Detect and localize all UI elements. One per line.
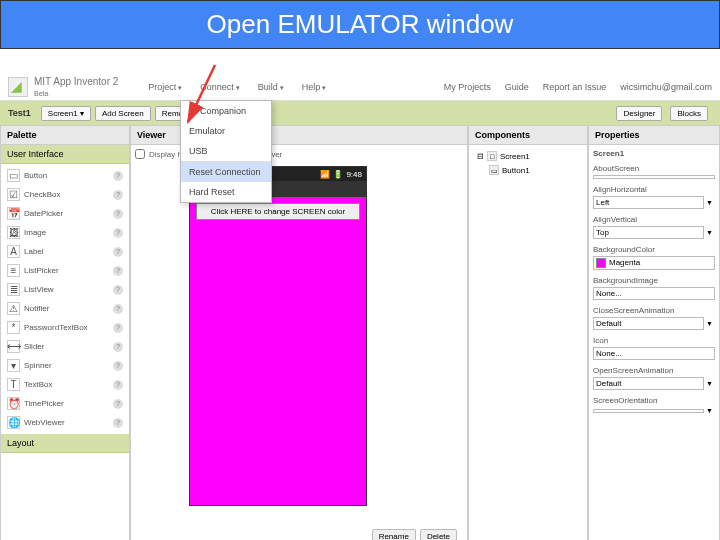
- collapse-icon[interactable]: ⊟: [477, 152, 484, 161]
- help-icon[interactable]: ?: [113, 285, 123, 295]
- prop-label: OpenScreenAnimation: [593, 366, 715, 375]
- show-hidden-checkbox[interactable]: [135, 149, 145, 159]
- rename-button[interactable]: Rename: [372, 529, 416, 540]
- palette-item-passwordtextbox[interactable]: *PasswordTextBox?: [3, 318, 127, 337]
- prop-backgroundcolor: BackgroundColorMagenta: [593, 245, 715, 270]
- delete-button[interactable]: Delete: [420, 529, 457, 540]
- help-icon[interactable]: ?: [113, 304, 123, 314]
- palette-item-datepicker[interactable]: 📅DatePicker?: [3, 204, 127, 223]
- screen-selector[interactable]: Screen1 ▾: [41, 106, 91, 121]
- tree-screen1[interactable]: ⊟ □ Screen1: [473, 149, 583, 163]
- listpicker-icon: ≡: [7, 264, 20, 277]
- help-icon[interactable]: ?: [113, 209, 123, 219]
- help-icon[interactable]: ?: [113, 228, 123, 238]
- chevron-down-icon[interactable]: ▼: [704, 199, 715, 206]
- help-icon[interactable]: ?: [113, 380, 123, 390]
- prop-closescreenanimation-field[interactable]: Default: [593, 317, 704, 330]
- designer-tab[interactable]: Designer: [616, 106, 662, 121]
- tree-button1[interactable]: ▭ Button1: [473, 163, 583, 177]
- blocks-tab[interactable]: Blocks: [670, 106, 708, 121]
- help-icon[interactable]: ?: [113, 323, 123, 333]
- palette-item-textbox[interactable]: TTextBox?: [3, 375, 127, 394]
- prop-label: CloseScreenAnimation: [593, 306, 715, 315]
- palette-item-label: Label: [24, 247, 44, 256]
- palette-item-timepicker[interactable]: ⏰TimePicker?: [3, 394, 127, 413]
- dropdown-ai-companion[interactable]: AI Companion: [181, 101, 271, 121]
- dropdown-hard-reset[interactable]: Hard Reset: [181, 182, 271, 202]
- link-report-issue[interactable]: Report an Issue: [543, 82, 607, 92]
- screen-icon: □: [487, 151, 497, 161]
- components-panel: Components ⊟ □ Screen1 ▭ Button1: [468, 125, 588, 540]
- prop-aboutscreen: AboutScreen: [593, 164, 715, 179]
- menu-project[interactable]: Project: [148, 82, 182, 92]
- menu-help[interactable]: Help: [302, 82, 326, 92]
- palette-category-layout[interactable]: Layout: [1, 434, 129, 453]
- palette-category-ui[interactable]: User Interface: [1, 145, 129, 164]
- prop-openscreenanimation-field[interactable]: Default: [593, 377, 704, 390]
- dropdown-emulator[interactable]: Emulator: [181, 121, 271, 141]
- prop-label: Icon: [593, 336, 715, 345]
- prop-screenorientation: ScreenOrientation▼: [593, 396, 715, 414]
- help-icon[interactable]: ?: [113, 342, 123, 352]
- app-inventor-logo-icon: [8, 77, 28, 97]
- palette-item-listpicker[interactable]: ≡ListPicker?: [3, 261, 127, 280]
- phone-screen-canvas[interactable]: Click HERE to change SCREEN color: [190, 197, 366, 505]
- components-title: Components: [469, 126, 587, 145]
- prop-alignvertical: AlignVerticalTop▼: [593, 215, 715, 239]
- help-icon[interactable]: ?: [113, 418, 123, 428]
- palette-item-checkbox[interactable]: ☑CheckBox?: [3, 185, 127, 204]
- main-columns: Palette User Interface ▭Button?☑CheckBox…: [0, 125, 720, 540]
- prop-openscreenanimation: OpenScreenAnimationDefault▼: [593, 366, 715, 390]
- prop-screenorientation-field[interactable]: [593, 409, 704, 413]
- add-screen-button[interactable]: Add Screen: [95, 106, 151, 121]
- prop-backgroundimage-field[interactable]: None...: [593, 287, 715, 300]
- palette-item-label: ListPicker: [24, 266, 59, 275]
- tree-button1-label: Button1: [502, 166, 530, 175]
- preview-button1[interactable]: Click HERE to change SCREEN color: [196, 203, 360, 220]
- palette-item-webviewer[interactable]: 🌐WebViewer?: [3, 413, 127, 432]
- help-icon[interactable]: ?: [113, 190, 123, 200]
- slider-icon: ⟷: [7, 340, 20, 353]
- palette-item-label: WebViewer: [24, 418, 65, 427]
- palette-panel: Palette User Interface ▭Button?☑CheckBox…: [0, 125, 130, 540]
- palette-item-listview[interactable]: ≣ListView?: [3, 280, 127, 299]
- help-icon[interactable]: ?: [113, 171, 123, 181]
- help-icon[interactable]: ?: [113, 399, 123, 409]
- prop-label: AlignVertical: [593, 215, 715, 224]
- tree-screen1-label: Screen1: [500, 152, 530, 161]
- battery-icon: 🔋: [333, 170, 343, 179]
- top-menubar: MIT App Inventor 2Beta Project Connect B…: [0, 73, 720, 101]
- prop-label: BackgroundImage: [593, 276, 715, 285]
- palette-item-label: TimePicker: [24, 399, 64, 408]
- link-guide[interactable]: Guide: [505, 82, 529, 92]
- dropdown-usb[interactable]: USB: [181, 141, 271, 161]
- palette-item-slider[interactable]: ⟷Slider?: [3, 337, 127, 356]
- menu-build[interactable]: Build: [258, 82, 284, 92]
- chevron-down-icon[interactable]: ▼: [704, 320, 715, 327]
- chevron-down-icon[interactable]: ▼: [704, 407, 715, 414]
- prop-aboutscreen-field[interactable]: [593, 175, 715, 179]
- palette-item-spinner[interactable]: ▾Spinner?: [3, 356, 127, 375]
- chevron-down-icon[interactable]: ▼: [704, 229, 715, 236]
- link-my-projects[interactable]: My Projects: [444, 82, 491, 92]
- prop-alignhorizontal-field[interactable]: Left: [593, 196, 704, 209]
- components-tree: ⊟ □ Screen1 ▭ Button1: [469, 145, 587, 181]
- notifier-icon: ⚠: [7, 302, 20, 315]
- properties-panel: Properties Screen1 AboutScreenAlignHoriz…: [588, 125, 720, 540]
- user-email[interactable]: wicsimchu@gmail.com: [620, 82, 712, 92]
- spacer: [0, 49, 720, 73]
- prop-icon-field[interactable]: None...: [593, 347, 715, 360]
- dropdown-reset-connection[interactable]: Reset Connection: [181, 161, 271, 182]
- palette-item-image[interactable]: 🖼Image?: [3, 223, 127, 242]
- palette-item-notifier[interactable]: ⚠Notifier?: [3, 299, 127, 318]
- prop-backgroundcolor-field[interactable]: Magenta: [593, 256, 715, 270]
- help-icon[interactable]: ?: [113, 361, 123, 371]
- palette-item-button[interactable]: ▭Button?: [3, 166, 127, 185]
- help-icon[interactable]: ?: [113, 266, 123, 276]
- menu-connect[interactable]: Connect: [200, 82, 239, 92]
- spinner-icon: ▾: [7, 359, 20, 372]
- help-icon[interactable]: ?: [113, 247, 123, 257]
- chevron-down-icon[interactable]: ▼: [704, 380, 715, 387]
- prop-alignvertical-field[interactable]: Top: [593, 226, 704, 239]
- palette-item-label[interactable]: ALabel?: [3, 242, 127, 261]
